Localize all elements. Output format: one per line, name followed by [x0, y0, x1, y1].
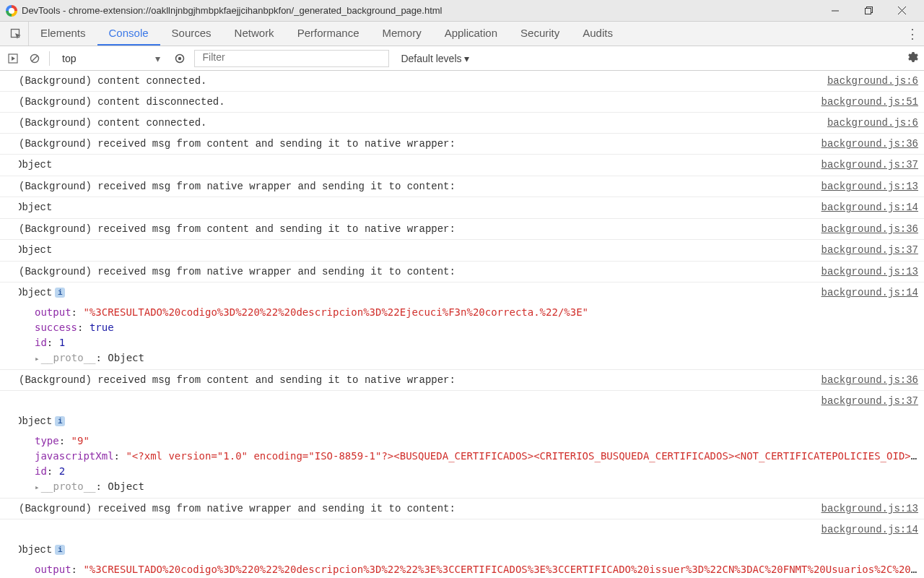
context-label: top — [62, 53, 76, 64]
log-message: (Background) content disconnected. — [19, 95, 814, 109]
log-message: (Background) content connected. — [19, 116, 820, 130]
object-properties: output: "%3CRESULTADO%20codigo%3D%220%22… — [0, 303, 924, 370]
source-link[interactable]: background.js:37 — [814, 394, 918, 408]
object-properties: output: "%3CRESULTADO%20codigo%3D%220%22… — [0, 561, 924, 578]
object-property[interactable]: output: "%3CRESULTADO%20codigo%3D%220%22… — [35, 305, 918, 320]
log-message: (Background) received msg from content a… — [19, 137, 814, 151]
console-log-row[interactable]: (Background) content disconnected.backgr… — [0, 92, 924, 113]
live-expression-icon[interactable] — [173, 51, 187, 66]
object-label: Object — [19, 202, 52, 213]
window-title: DevTools - chrome-extension://oakllnjnbg… — [22, 5, 819, 16]
info-badge-icon: i — [55, 545, 65, 555]
source-link[interactable]: background.js:14 — [814, 285, 918, 300]
svg-line-9 — [32, 56, 38, 61]
source-link[interactable]: background.js:36 — [814, 137, 918, 151]
svg-rect-2 — [865, 9, 871, 14]
object-properties: type: "9"javascriptXml: "<?xml version="… — [0, 432, 924, 499]
source-link[interactable]: background.js:6 — [820, 74, 918, 88]
console-log-row[interactable]: (Background) content connected.backgroun… — [0, 71, 924, 92]
tab-security[interactable]: Security — [509, 22, 571, 46]
settings-gear-icon[interactable] — [907, 51, 918, 66]
minimize-button[interactable] — [819, 0, 852, 22]
clear-console-icon[interactable] — [27, 51, 42, 66]
separator — [49, 51, 50, 66]
source-link[interactable]: background.js:13 — [814, 179, 918, 194]
log-message: (Background) received msg from native wr… — [19, 179, 814, 194]
object-property[interactable]: success: true — [35, 320, 918, 335]
more-options-icon[interactable]: ⋮ — [901, 22, 924, 46]
console-object-row[interactable]: Objecti — [0, 411, 924, 432]
source-link[interactable]: background.js:13 — [814, 264, 918, 279]
info-badge-icon: i — [55, 416, 65, 426]
log-message: (Background) received msg from native wr… — [19, 264, 814, 279]
object-property[interactable]: type: "9" — [35, 434, 918, 449]
tab-memory[interactable]: Memory — [371, 22, 433, 46]
source-link[interactable]: background.js:51 — [814, 95, 918, 109]
object-property[interactable]: javascriptXml: "<?xml version="1.0" enco… — [35, 449, 918, 464]
object-property[interactable]: output: "%3CRESULTADO%20codigo%3D%220%22… — [35, 562, 918, 577]
source-link[interactable]: background.js:14 — [814, 200, 918, 215]
source-link[interactable]: background.js:36 — [814, 373, 918, 387]
console-object-row[interactable]: Objectbackground.js:14 — [0, 197, 924, 219]
console-log-row[interactable]: (Background) received msg from native wr… — [0, 499, 924, 519]
expand-arrow-icon[interactable] — [35, 480, 41, 492]
console-log-row[interactable]: (Background) received msg from content a… — [0, 134, 924, 155]
console-object-row[interactable]: Objecti — [0, 540, 924, 561]
source-link[interactable]: background.js:13 — [814, 501, 918, 516]
tab-elements[interactable]: Elements — [29, 22, 97, 46]
devtools-tabstrip: ElementsConsoleSourcesNetworkPerformance… — [0, 22, 924, 46]
tab-network[interactable]: Network — [223, 22, 286, 46]
source-link[interactable]: background.js:36 — [814, 222, 918, 236]
filter-input-field[interactable] — [201, 51, 383, 64]
log-message: (Background) received msg from content a… — [19, 373, 814, 387]
console-log-row[interactable]: (Background) received msg from content a… — [0, 370, 924, 391]
console-log-row[interactable]: (Background) received msg from content a… — [0, 219, 924, 240]
console-log-row[interactable]: (Background) received msg from native wr… — [0, 176, 924, 197]
object-label: Object — [19, 287, 52, 298]
close-button[interactable] — [885, 0, 918, 22]
console-source-row: background.js:14 — [0, 519, 924, 540]
dropdown-caret-icon: ▾ — [155, 53, 160, 64]
titlebar: DevTools - chrome-extension://oakllnjnbg… — [0, 0, 924, 22]
log-message: (Background) received msg from content a… — [19, 222, 814, 236]
console-object-row[interactable]: Objectbackground.js:37 — [0, 155, 924, 176]
devtools-app-icon — [6, 5, 17, 17]
source-link[interactable]: background.js:14 — [814, 522, 918, 537]
object-label: Object — [19, 544, 52, 556]
object-property[interactable]: __proto__: Object — [35, 350, 918, 366]
console-log-row[interactable]: (Background) content connected.backgroun… — [0, 113, 924, 134]
svg-point-11 — [178, 56, 181, 59]
info-badge-icon: i — [55, 288, 65, 298]
maximize-button[interactable] — [852, 0, 885, 22]
console-object-row[interactable]: Objectibackground.js:14 — [0, 282, 924, 303]
tab-console[interactable]: Console — [97, 22, 160, 46]
execution-context-selector[interactable]: top ▾ — [57, 50, 165, 67]
tab-performance[interactable]: Performance — [286, 22, 371, 46]
object-label: Object — [19, 244, 52, 256]
console-source-row: background.js:37 — [0, 391, 924, 411]
filter-input[interactable] — [194, 50, 389, 67]
tab-sources[interactable]: Sources — [160, 22, 223, 46]
object-property[interactable]: id: 2 — [35, 464, 918, 479]
log-levels-selector[interactable]: Default levels ▾ — [396, 53, 474, 64]
console-log-row[interactable]: (Background) received msg from native wr… — [0, 262, 924, 282]
toggle-sidebar-icon[interactable] — [6, 51, 20, 66]
object-label: Object — [19, 415, 52, 427]
tab-audits[interactable]: Audits — [571, 22, 624, 46]
console-toolbar: top ▾ Default levels ▾ — [0, 46, 924, 71]
inspect-element-icon[interactable] — [3, 22, 29, 46]
svg-marker-7 — [12, 56, 15, 61]
log-message: (Background) content connected. — [19, 74, 820, 88]
console-output[interactable]: (Background) content connected.backgroun… — [0, 71, 924, 578]
source-link[interactable]: background.js:37 — [814, 243, 918, 257]
console-object-row[interactable]: Objectbackground.js:37 — [0, 240, 924, 262]
source-link[interactable]: background.js:37 — [814, 158, 918, 172]
tab-application[interactable]: Application — [433, 22, 509, 46]
source-link[interactable]: background.js:6 — [820, 116, 918, 130]
object-property[interactable]: __proto__: Object — [35, 479, 918, 495]
object-label: Object — [19, 159, 52, 171]
log-message: (Background) received msg from native wr… — [19, 501, 814, 516]
object-property[interactable]: id: 1 — [35, 335, 918, 350]
expand-arrow-icon[interactable] — [35, 352, 41, 363]
